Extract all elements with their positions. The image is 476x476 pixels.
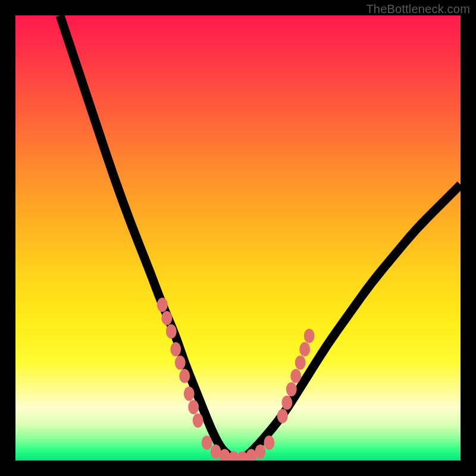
data-marker xyxy=(281,396,292,410)
marker-group xyxy=(157,298,315,461)
data-marker xyxy=(170,342,181,356)
data-marker xyxy=(179,369,190,383)
data-marker xyxy=(304,329,315,343)
data-marker xyxy=(290,369,301,383)
bottleneck-curve xyxy=(60,15,461,459)
data-marker xyxy=(157,298,168,312)
data-marker xyxy=(161,311,172,325)
bottleneck-chart xyxy=(15,15,461,461)
data-marker xyxy=(295,355,306,369)
data-marker xyxy=(166,324,177,339)
data-marker xyxy=(184,387,195,401)
data-marker xyxy=(277,409,288,423)
chart-svg xyxy=(15,15,461,461)
data-marker xyxy=(202,436,212,450)
data-marker xyxy=(286,382,297,396)
data-marker xyxy=(264,436,274,450)
watermark-text: TheBottleneck.com xyxy=(366,2,470,16)
data-marker xyxy=(175,355,186,369)
data-marker xyxy=(193,414,203,428)
data-marker xyxy=(188,400,199,414)
data-marker xyxy=(255,444,265,459)
data-marker xyxy=(299,342,310,356)
